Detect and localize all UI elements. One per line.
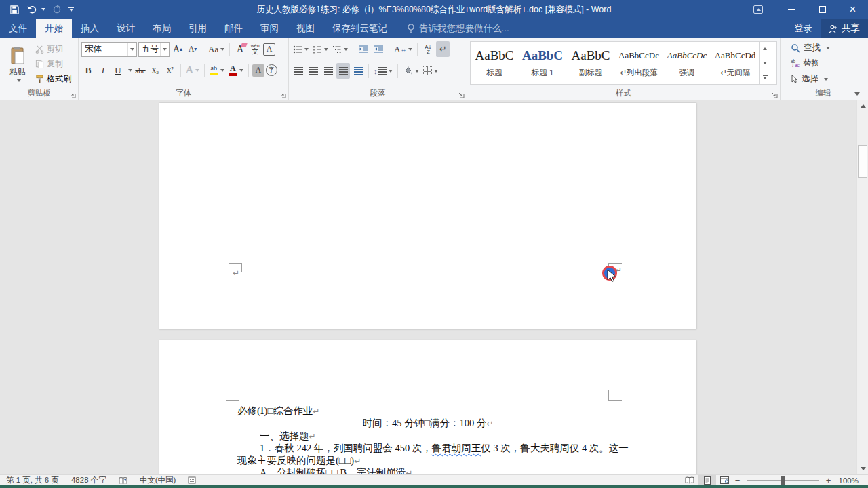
change-case-button[interactable]: Aa xyxy=(207,41,226,57)
paste-button[interactable]: 粘贴 xyxy=(3,40,33,87)
ribbon-display-options-button[interactable] xyxy=(748,0,768,19)
borders-button[interactable] xyxy=(422,63,439,79)
vertical-scrollbar[interactable] xyxy=(856,100,868,474)
highlight-color-button[interactable]: ab xyxy=(208,62,226,78)
clipboard-dialog-launcher[interactable] xyxy=(69,92,76,98)
minimize-button[interactable] xyxy=(776,0,807,19)
scroll-up-button[interactable] xyxy=(857,100,868,112)
collapse-ribbon-button[interactable] xyxy=(854,92,860,96)
undo-button[interactable] xyxy=(26,5,45,14)
web-layout-button[interactable] xyxy=(716,475,734,486)
multilevel-list-button[interactable] xyxy=(331,41,349,57)
tab-design[interactable]: 设计 xyxy=(108,19,144,38)
style-heading1[interactable]: AaBbC 标题 1 xyxy=(519,42,567,84)
find-button[interactable]: 查找 xyxy=(789,41,863,55)
align-left-button[interactable] xyxy=(292,63,305,79)
enclose-characters-button[interactable]: 字 xyxy=(266,64,277,76)
print-layout-button[interactable] xyxy=(698,475,716,486)
tab-file[interactable]: 文件 xyxy=(0,19,36,38)
style-emphasis[interactable]: AaBbCcDc 强调 xyxy=(663,42,711,84)
asian-layout-button[interactable]: A↔ xyxy=(393,41,414,57)
strikethrough-button[interactable]: abc xyxy=(134,62,147,78)
scroll-down-button[interactable] xyxy=(857,463,868,474)
document-page-1[interactable]: ↵ ↵ xyxy=(159,103,696,329)
styles-more-button[interactable] xyxy=(760,70,770,84)
style-title[interactable]: AaBbC 标题 xyxy=(471,42,519,84)
bold-button[interactable]: B xyxy=(81,62,95,78)
phonetic-guide-button[interactable]: wén文 xyxy=(248,41,262,57)
zoom-slider-thumb[interactable] xyxy=(781,476,785,485)
maximize-button[interactable] xyxy=(807,0,837,19)
styles-dialog-launcher[interactable] xyxy=(771,92,778,98)
zoom-slider[interactable] xyxy=(747,480,819,481)
save-button[interactable] xyxy=(9,5,20,15)
line-spacing-button[interactable]: ↕ xyxy=(372,63,394,79)
tab-insert[interactable]: 插入 xyxy=(72,19,108,38)
italic-button[interactable]: I xyxy=(96,62,110,78)
superscript-button[interactable]: x² xyxy=(163,62,177,78)
zoom-in-button[interactable]: + xyxy=(825,475,833,485)
close-button[interactable]: × xyxy=(837,0,868,19)
sort-button[interactable]: A↓Z xyxy=(421,41,435,57)
customize-qat-button[interactable] xyxy=(68,7,74,12)
font-size-combobox[interactable]: 五号 xyxy=(138,42,170,57)
scrollbar-thumb[interactable] xyxy=(858,145,867,178)
character-border-button[interactable]: A xyxy=(263,43,275,56)
grow-font-button[interactable]: A▴ xyxy=(171,41,184,57)
text-effects-button[interactable]: A xyxy=(184,62,201,78)
numbering-button[interactable] xyxy=(311,41,330,57)
underline-button[interactable]: U xyxy=(111,62,125,78)
style-list-paragraph[interactable]: AaBbCcDc ↵列出段落 xyxy=(615,42,663,84)
tab-mailings[interactable]: 邮件 xyxy=(216,19,252,38)
tab-save-to-cloud-notes[interactable]: 保存到云笔记 xyxy=(323,19,396,38)
page-number-status[interactable]: 第 1 页, 共 6 页 xyxy=(0,475,65,486)
redo-button[interactable] xyxy=(52,5,62,14)
select-button[interactable]: 选择 xyxy=(789,72,863,86)
tab-view[interactable]: 视图 xyxy=(288,19,323,38)
justify-button[interactable] xyxy=(336,63,350,79)
character-shading-button[interactable]: A xyxy=(252,64,264,77)
format-painter-button[interactable]: 格式刷 xyxy=(35,73,71,85)
bullets-button[interactable] xyxy=(292,41,310,57)
align-right-button[interactable] xyxy=(321,63,335,79)
word-count-status[interactable]: 4828 个字 xyxy=(65,475,113,486)
decrease-indent-button[interactable] xyxy=(357,41,370,57)
proofing-status-button[interactable] xyxy=(113,475,134,486)
document-canvas[interactable]: ↵ ↵ 必修(Ⅰ)□综合作业↵ 时间：45 分钟□满分：100 分↵ 一、选择题… xyxy=(0,100,868,474)
paragraph-dialog-launcher[interactable] xyxy=(458,92,465,98)
share-label: 共享 xyxy=(842,22,860,35)
macro-record-button[interactable] xyxy=(182,475,202,486)
font-color-button[interactable]: A xyxy=(227,62,245,78)
increase-indent-button[interactable] xyxy=(372,41,385,57)
styles-scroll-down-button[interactable] xyxy=(760,56,770,70)
distribute-button[interactable] xyxy=(351,63,365,79)
document-page-2[interactable]: 必修(Ⅰ)□综合作业↵ 时间：45 分钟□满分：100 分↵ 一、选择题↵ 1．… xyxy=(159,340,696,474)
shading-button[interactable] xyxy=(401,63,420,79)
shrink-font-button[interactable]: A▾ xyxy=(186,41,199,57)
replace-button[interactable]: ab⇃ac 替换 xyxy=(789,56,863,70)
font-dialog-launcher[interactable] xyxy=(279,92,286,98)
tab-review[interactable]: 审阅 xyxy=(252,19,288,38)
share-button[interactable]: 共享 xyxy=(821,19,868,38)
font-name-combobox[interactable]: 宋体 xyxy=(81,42,137,57)
zoom-level[interactable]: 100% xyxy=(833,475,868,486)
clear-formatting-button[interactable]: A xyxy=(233,41,247,57)
style-subtitle[interactable]: AaBbC 副标题 xyxy=(567,42,615,84)
proofing-book-icon xyxy=(119,476,127,485)
tab-layout[interactable]: 布局 xyxy=(144,19,180,38)
style-no-spacing[interactable]: AaBbCcDd ↵无间隔 xyxy=(711,42,760,84)
copy-button[interactable]: 复制 xyxy=(35,58,71,70)
subscript-button[interactable]: x₂ xyxy=(149,62,162,78)
tab-references[interactable]: 引用 xyxy=(180,19,216,38)
align-center-button[interactable] xyxy=(307,63,320,79)
sign-in-button[interactable]: 登录 xyxy=(786,19,821,38)
tab-home[interactable]: 开始 xyxy=(36,19,72,38)
zoom-out-button[interactable]: − xyxy=(734,475,742,485)
show-hide-marks-button[interactable]: ↵ xyxy=(436,41,450,57)
tell-me-box[interactable]: 告诉我您想要做什么... xyxy=(407,19,509,38)
styles-scroll-up-button[interactable] xyxy=(760,42,770,56)
underline-caret[interactable] xyxy=(128,69,132,72)
cut-button[interactable]: 剪切 xyxy=(35,43,71,56)
language-status[interactable]: 中文(中国) xyxy=(134,475,182,486)
read-mode-button[interactable] xyxy=(681,475,698,486)
